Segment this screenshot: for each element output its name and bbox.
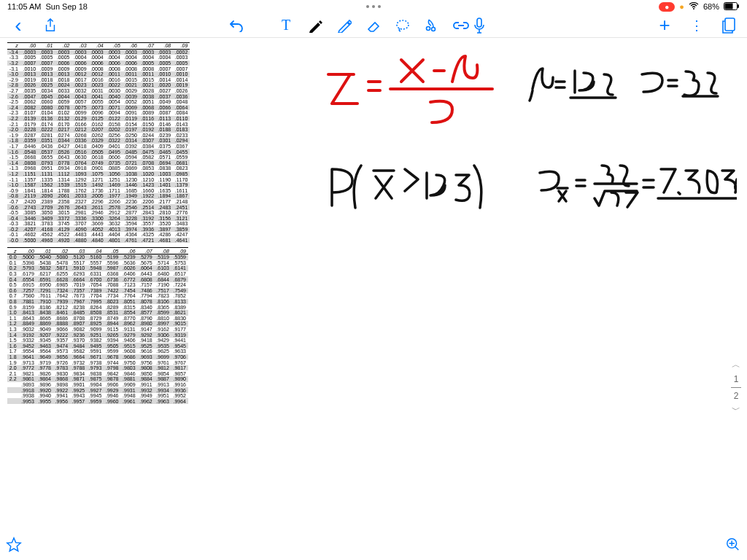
lasso-icon[interactable] [395, 18, 411, 34]
eraser-icon[interactable] [365, 18, 382, 34]
table-row: 2.2.9861.9864.9868.9871.9875.9878.9881.9… [7, 376, 188, 382]
back-button[interactable]: ‹ [10, 18, 26, 34]
svg-point-4 [397, 20, 409, 29]
table-row: -1.1.1357.1335.1314.1292.1271.1251.1230.… [7, 176, 190, 182]
z-col: .08 [156, 43, 173, 50]
z-col: .00 [21, 43, 38, 50]
table-row: -2.7.0035.0034.0033.0032.0031.0030.0029.… [7, 88, 190, 94]
table-row: 2.1.9821.9826.9830.9834.9838.9842.9846.9… [7, 370, 188, 376]
z-col: .02 [53, 248, 70, 254]
table-row: 0.2.5793.5832.5871.5910.5948.5987.6026.6… [7, 265, 188, 271]
page-up-icon[interactable]: ︿ [732, 359, 740, 371]
z-col: .04 [88, 43, 105, 50]
z-col: z [7, 248, 20, 254]
table-row: -2.5.0062.0060.0059.0057.0055.0054.0052.… [7, 99, 190, 105]
table-row: -2.1.0179.0174.0170.0166.0162.0158.0154.… [7, 121, 190, 127]
z-col: .07 [139, 43, 156, 50]
table-row: -1.0.1587.1562.1539.1515.1492.1469.1446.… [7, 182, 190, 188]
table-row: 2.0.9772.9778.9783.9788.9793.9798.9803.9… [7, 365, 188, 371]
tool-palette: T [278, 18, 469, 34]
favorite-icon[interactable] [6, 537, 22, 556]
svg-rect-2 [725, 3, 733, 9]
table-row: -0.8.2119.2090.2061.2033.2005.1977.1949.… [7, 193, 190, 199]
z-col: .02 [55, 43, 71, 50]
drag-handle-icon[interactable] [366, 5, 381, 8]
table-row: 0.6.7257.7291.7324.7357.7389.7422.7454.7… [7, 288, 188, 294]
share-icon[interactable] [42, 18, 58, 34]
clock: 11:05 AM [7, 2, 41, 11]
page-down-icon[interactable]: ﹀ [732, 404, 740, 416]
battery-percent: 68% [703, 2, 719, 11]
table-row: 1.1.8643.8665.8686.8708.8729.8749.8770.8… [7, 316, 188, 322]
z-col: .07 [137, 248, 154, 254]
pages-icon[interactable] [721, 18, 737, 34]
mic-icon[interactable] [471, 18, 487, 34]
table-row: -0.9.1841.1814.1788.1762.1736.1711.1685.… [7, 187, 190, 193]
table-row: 1.3.9032.9049.9066.9082.9099.9115.9131.9… [7, 327, 188, 332]
date: Sun Sep 18 [45, 2, 88, 11]
table-row: -3.4.0003.0003.0003.0003.0003.0003.0003.… [7, 49, 190, 55]
table-row: .9953.9955.9956.9957.9959.9960.9961.9962… [7, 398, 188, 404]
status-bar: 11:05 AM Sun Sep 18 ● ● 68% [0, 0, 747, 13]
page-sep [731, 387, 741, 388]
table-row: -1.9.0287.0281.0274.0268.0262.0256.0250.… [7, 133, 190, 139]
page-navigator: ︿ 1 2 ﹀ [731, 359, 741, 416]
z-table: z.00.01.02.03.04.05.06.07.08.09-3.4.0003… [7, 42, 306, 404]
battery-icon [724, 2, 740, 12]
toolbar: ‹ T + ⋮ [0, 13, 747, 38]
z-col: .09 [173, 43, 190, 50]
z-col: .05 [104, 248, 120, 254]
table-row: -2.9.0019.0018.0018.0017.0016.0016.0015.… [7, 77, 190, 83]
table-row: -2.6.0047.0045.0044.0043.0041.0040.0039.… [7, 93, 190, 99]
table-row: -2.8.0026.0025.0024.0023.0023.0022.0021.… [7, 82, 190, 88]
zoom-in-icon[interactable] [725, 537, 741, 556]
table-row: 1.9.9713.9719.9726.9732.9738.9744.9750.9… [7, 359, 188, 365]
table-row: 1.5.9332.9345.9357.9370.9382.9394.9406.9… [7, 338, 188, 343]
scissors-icon[interactable] [424, 18, 440, 34]
table-row: -1.3.0968.0951.0934.0918.0901.0885.0869.… [7, 166, 190, 171]
z-col: .04 [87, 248, 104, 254]
more-icon[interactable]: ⋮ [689, 18, 705, 34]
undo-icon[interactable] [228, 18, 244, 34]
table-row: 0.7.7580.7611.7642.7673.7704.7734.7764.7… [7, 293, 188, 299]
highlighter-icon[interactable] [336, 18, 352, 34]
handwriting-layer [314, 45, 737, 395]
z-col: z [7, 43, 21, 50]
recording-indicator: ● [659, 2, 675, 12]
table-row: -1.5.0668.0655.0643.0630.0618.0606.0594.… [7, 155, 190, 160]
table-row: -1.2.1151.1131.1112.1093.1075.1056.1038.… [7, 171, 190, 177]
table-row: 1.8.9641.9649.9656.9664.9671.9678.9686.9… [7, 354, 188, 360]
pen-icon[interactable] [307, 18, 323, 34]
table-row: -0.5.3085.3050.3015.2981.2946.2912.2877.… [7, 210, 190, 216]
table-row: -2.2.0139.0136.0132.0129.0125.0122.0119.… [7, 116, 190, 122]
location-dot-icon: ● [679, 2, 684, 11]
table-row: 0.4.6554.6591.6628.6664.6700.6736.6772.6… [7, 276, 188, 282]
page-current: 1 [734, 374, 739, 384]
canvas[interactable]: z.00.01.02.03.04.05.06.07.08.09-3.4.0003… [0, 38, 747, 560]
link-icon[interactable] [453, 18, 469, 34]
z-col: .01 [38, 43, 55, 50]
table-row: -3.1.0010.0009.0009.0009.0008.0008.0008.… [7, 66, 190, 71]
z-col: .03 [70, 248, 87, 254]
table-row: 0.0.5000.5040.5080.5120.5160.5199.5239.5… [7, 254, 188, 260]
add-button[interactable]: + [657, 18, 673, 34]
table-row: -0.1.4602.4562.4522.4483.4443.4404.4364.… [7, 232, 190, 238]
z-col: .09 [171, 248, 188, 254]
svg-rect-3 [738, 4, 739, 8]
table-row: 0.9.8159.8186.8212.8238.8264.8289.8315.8… [7, 304, 188, 310]
z-col: .00 [20, 248, 36, 254]
table-row: -1.6.0548.0537.0526.0516.0505.0495.0485.… [7, 149, 190, 155]
z-col: .06 [120, 248, 137, 254]
z-col: .03 [71, 43, 88, 50]
svg-point-6 [432, 27, 436, 31]
table-row: 1.0.8413.8438.8461.8485.8508.8531.8554.8… [7, 310, 188, 316]
text-tool[interactable]: T [278, 18, 294, 34]
table-row: -2.3.0107.0104.0102.0099.0096.0094.0091.… [7, 110, 190, 116]
table-row: 0.5.6915.6950.6985.7019.7054.7088.7123.7… [7, 282, 188, 288]
svg-rect-8 [725, 18, 735, 31]
table-row: .9938.9940.9941.9943.9945.9946.9948.9949… [7, 393, 188, 399]
z-col: .06 [123, 43, 139, 50]
table-row: 1.4.9192.9207.9222.9236.9251.9265.9279.9… [7, 332, 188, 338]
table-row: 0.3.6179.6217.6255.6293.6331.6368.6406.6… [7, 271, 188, 277]
table-row: 1.6.9452.9463.9474.9484.9495.9505.9515.9… [7, 343, 188, 349]
